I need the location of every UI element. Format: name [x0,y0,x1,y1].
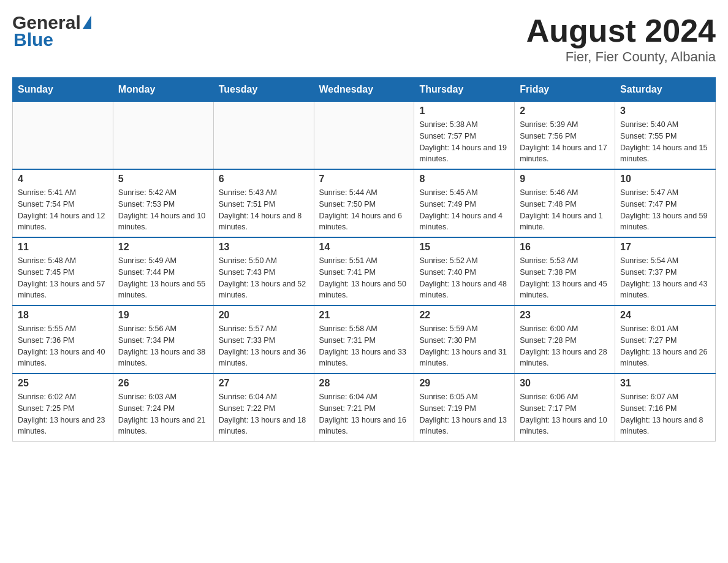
day-info: Sunrise: 5:49 AM Sunset: 7:44 PM Dayligh… [118,255,208,301]
calendar-day-cell: 23Sunrise: 6:00 AM Sunset: 7:28 PM Dayli… [515,305,615,373]
day-info: Sunrise: 5:45 AM Sunset: 7:49 PM Dayligh… [419,187,509,233]
day-number: 22 [419,310,509,321]
logo-blue: Blue [13,29,53,50]
calendar-week-row: 4Sunrise: 5:41 AM Sunset: 7:54 PM Daylig… [13,169,716,237]
page-header: General Blue August 2024 Fier, Fier Coun… [12,12,716,65]
day-number: 21 [319,310,409,321]
day-info: Sunrise: 5:38 AM Sunset: 7:57 PM Dayligh… [419,119,509,165]
day-info: Sunrise: 5:52 AM Sunset: 7:40 PM Dayligh… [419,255,509,301]
month-title: August 2024 [526,12,716,49]
calendar-day-cell: 4Sunrise: 5:41 AM Sunset: 7:54 PM Daylig… [13,169,113,237]
day-info: Sunrise: 6:00 AM Sunset: 7:28 PM Dayligh… [520,323,610,369]
day-info: Sunrise: 5:39 AM Sunset: 7:56 PM Dayligh… [520,119,610,165]
day-number: 27 [219,378,309,389]
day-info: Sunrise: 5:47 AM Sunset: 7:47 PM Dayligh… [620,187,710,233]
day-info: Sunrise: 5:41 AM Sunset: 7:54 PM Dayligh… [18,187,108,233]
day-info: Sunrise: 5:58 AM Sunset: 7:31 PM Dayligh… [319,323,409,369]
day-info: Sunrise: 5:44 AM Sunset: 7:50 PM Dayligh… [319,187,409,233]
day-number: 16 [520,242,610,253]
day-info: Sunrise: 5:43 AM Sunset: 7:51 PM Dayligh… [219,187,309,233]
logo: General Blue [12,12,91,50]
day-number: 1 [419,105,509,117]
day-number: 23 [520,310,610,321]
day-number: 18 [18,310,108,321]
calendar-day-cell: 27Sunrise: 6:04 AM Sunset: 7:22 PM Dayli… [213,373,314,442]
calendar-day-cell: 31Sunrise: 6:07 AM Sunset: 7:16 PM Dayli… [615,373,716,442]
day-info: Sunrise: 6:04 AM Sunset: 7:22 PM Dayligh… [219,391,309,437]
day-number: 9 [520,174,610,185]
day-number: 30 [520,378,610,389]
day-number: 13 [219,242,309,253]
day-info: Sunrise: 5:42 AM Sunset: 7:53 PM Dayligh… [118,187,208,233]
day-number: 25 [18,378,108,389]
day-number: 6 [219,174,309,185]
calendar-day-cell: 10Sunrise: 5:47 AM Sunset: 7:47 PM Dayli… [615,169,716,237]
calendar-day-cell: 29Sunrise: 6:05 AM Sunset: 7:19 PM Dayli… [414,373,515,442]
weekday-header-monday: Monday [113,78,213,102]
day-info: Sunrise: 6:03 AM Sunset: 7:24 PM Dayligh… [118,391,208,437]
location-title: Fier, Fier County, Albania [526,49,716,65]
calendar-day-cell: 17Sunrise: 5:54 AM Sunset: 7:37 PM Dayli… [615,237,716,305]
day-info: Sunrise: 5:55 AM Sunset: 7:36 PM Dayligh… [18,323,108,369]
calendar-day-cell: 25Sunrise: 6:02 AM Sunset: 7:25 PM Dayli… [13,373,113,442]
weekday-header-thursday: Thursday [414,78,515,102]
day-number: 14 [319,242,409,253]
day-number: 8 [419,174,509,185]
calendar-day-cell: 2Sunrise: 5:39 AM Sunset: 7:56 PM Daylig… [515,102,615,170]
day-number: 19 [118,310,208,321]
calendar-day-cell: 24Sunrise: 6:01 AM Sunset: 7:27 PM Dayli… [615,305,716,373]
day-info: Sunrise: 6:05 AM Sunset: 7:19 PM Dayligh… [419,391,509,437]
day-info: Sunrise: 6:07 AM Sunset: 7:16 PM Dayligh… [620,391,710,437]
day-info: Sunrise: 6:01 AM Sunset: 7:27 PM Dayligh… [620,323,710,369]
calendar-day-cell [314,102,414,170]
day-info: Sunrise: 6:02 AM Sunset: 7:25 PM Dayligh… [18,391,108,437]
calendar-day-cell: 7Sunrise: 5:44 AM Sunset: 7:50 PM Daylig… [314,169,414,237]
day-number: 2 [520,105,610,117]
calendar-day-cell: 6Sunrise: 5:43 AM Sunset: 7:51 PM Daylig… [213,169,314,237]
day-number: 3 [620,105,710,117]
day-info: Sunrise: 6:06 AM Sunset: 7:17 PM Dayligh… [520,391,610,437]
day-number: 12 [118,242,208,253]
calendar-week-row: 18Sunrise: 5:55 AM Sunset: 7:36 PM Dayli… [13,305,716,373]
day-info: Sunrise: 6:04 AM Sunset: 7:21 PM Dayligh… [319,391,409,437]
day-info: Sunrise: 5:54 AM Sunset: 7:37 PM Dayligh… [620,255,710,301]
day-info: Sunrise: 5:46 AM Sunset: 7:48 PM Dayligh… [520,187,610,233]
calendar-day-cell: 12Sunrise: 5:49 AM Sunset: 7:44 PM Dayli… [113,237,213,305]
calendar-day-cell: 13Sunrise: 5:50 AM Sunset: 7:43 PM Dayli… [213,237,314,305]
calendar-day-cell: 15Sunrise: 5:52 AM Sunset: 7:40 PM Dayli… [414,237,515,305]
day-number: 26 [118,378,208,389]
logo-triangle-icon [83,15,91,29]
calendar-day-cell [13,102,113,170]
day-number: 28 [319,378,409,389]
day-number: 29 [419,378,509,389]
day-info: Sunrise: 5:48 AM Sunset: 7:45 PM Dayligh… [18,255,108,301]
day-info: Sunrise: 5:56 AM Sunset: 7:34 PM Dayligh… [118,323,208,369]
calendar-day-cell: 21Sunrise: 5:58 AM Sunset: 7:31 PM Dayli… [314,305,414,373]
weekday-header-tuesday: Tuesday [213,78,314,102]
calendar-day-cell: 18Sunrise: 5:55 AM Sunset: 7:36 PM Dayli… [13,305,113,373]
day-number: 17 [620,242,710,253]
calendar-day-cell: 22Sunrise: 5:59 AM Sunset: 7:30 PM Dayli… [414,305,515,373]
weekday-header-sunday: Sunday [13,78,113,102]
calendar-day-cell: 8Sunrise: 5:45 AM Sunset: 7:49 PM Daylig… [414,169,515,237]
calendar-day-cell: 30Sunrise: 6:06 AM Sunset: 7:17 PM Dayli… [515,373,615,442]
day-info: Sunrise: 5:51 AM Sunset: 7:41 PM Dayligh… [319,255,409,301]
day-number: 10 [620,174,710,185]
calendar-day-cell [213,102,314,170]
weekday-header-friday: Friday [515,78,615,102]
calendar-day-cell: 16Sunrise: 5:53 AM Sunset: 7:38 PM Dayli… [515,237,615,305]
day-info: Sunrise: 5:50 AM Sunset: 7:43 PM Dayligh… [219,255,309,301]
calendar-day-cell: 28Sunrise: 6:04 AM Sunset: 7:21 PM Dayli… [314,373,414,442]
day-info: Sunrise: 5:40 AM Sunset: 7:55 PM Dayligh… [620,119,710,165]
calendar-header-row: SundayMondayTuesdayWednesdayThursdayFrid… [13,78,716,102]
calendar-table: SundayMondayTuesdayWednesdayThursdayFrid… [12,77,716,442]
calendar-day-cell: 26Sunrise: 6:03 AM Sunset: 7:24 PM Dayli… [113,373,213,442]
calendar-week-row: 25Sunrise: 6:02 AM Sunset: 7:25 PM Dayli… [13,373,716,442]
calendar-day-cell: 3Sunrise: 5:40 AM Sunset: 7:55 PM Daylig… [615,102,716,170]
weekday-header-wednesday: Wednesday [314,78,414,102]
day-number: 4 [18,174,108,185]
calendar-day-cell: 5Sunrise: 5:42 AM Sunset: 7:53 PM Daylig… [113,169,213,237]
calendar-day-cell: 11Sunrise: 5:48 AM Sunset: 7:45 PM Dayli… [13,237,113,305]
calendar-day-cell: 1Sunrise: 5:38 AM Sunset: 7:57 PM Daylig… [414,102,515,170]
day-number: 7 [319,174,409,185]
